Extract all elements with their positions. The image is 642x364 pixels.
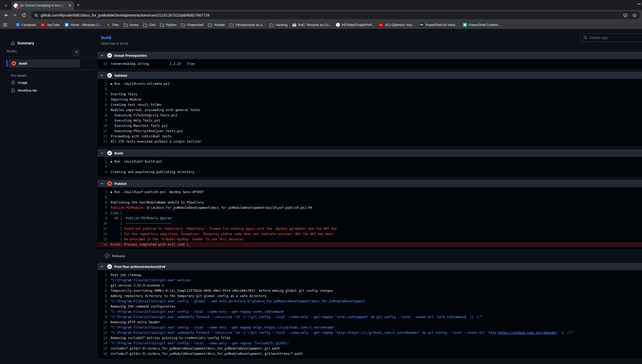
log-line-number[interactable]: 10: [98, 123, 107, 128]
sidebar-job-build[interactable]: build: [8, 59, 80, 67]
log-line-number[interactable]: 14: [98, 242, 107, 247]
reload-icon: [22, 13, 26, 17]
search-logs-box[interactable]: [580, 33, 642, 42]
bookmark-item[interactable]: RaC: Resume as Co...: [290, 22, 334, 28]
bookmark-item[interactable]: Cert: [141, 22, 158, 28]
bookmark-item[interactable]: HCRitter/GraphPreP...: [334, 22, 377, 28]
log-line-number[interactable]: 1: [98, 272, 107, 278]
log-line-number[interactable]: 10: [98, 320, 107, 325]
log-line-number[interactable]: 11: [98, 128, 107, 134]
log-line-number[interactable]: 9: [98, 118, 107, 123]
bookmark-item[interactable]: Ansible: [206, 22, 227, 28]
log-line: 1▶ Run .\build\psf-publish.ps1 -ApiKey $…: [98, 189, 642, 195]
bookmark-item[interactable]: Home - Windows Li...: [62, 22, 104, 28]
log-line-number[interactable]: 7: [98, 304, 107, 309]
log-line-number[interactable]: 7: [98, 205, 107, 210]
log-line: 6: [98, 195, 642, 200]
log-line-number[interactable]: 13: [98, 237, 107, 242]
log-line-number[interactable]: 2: [98, 278, 107, 283]
reload-button[interactable]: [20, 11, 28, 19]
log-line-text: includeif.gitdir:D:/a/docs_for_psModuleD…: [107, 346, 280, 351]
section-header-build[interactable]: Build: [98, 149, 642, 157]
bookmark-item[interactable]: PowerShell Confere...: [460, 22, 503, 28]
section-header-install-prerequisites[interactable]: Install Prerequisites: [98, 52, 642, 59]
log-line-number[interactable]: 4: [98, 169, 107, 175]
log-line: 8 Executing FileIntegrity.Tests.ps1: [98, 113, 642, 118]
url-text[interactable]: github.com/Mynster9361/docs_for_psModule…: [41, 13, 210, 17]
log-line: 10Removing HTTP extra header: [98, 320, 642, 325]
log-line-number[interactable]: 9: [98, 216, 107, 221]
log-line-number[interactable]: 10: [98, 221, 107, 226]
log-line-number[interactable]: 11: [98, 226, 107, 231]
search-icon: [583, 36, 587, 40]
bookmark-item[interactable]: YouTube: [38, 22, 62, 28]
bookmark-item[interactable]: Home: [121, 22, 141, 28]
log-line-number[interactable]: 15: [98, 346, 107, 351]
log-line-number[interactable]: 6: [98, 200, 107, 205]
log-line-number[interactable]: 5: [98, 293, 107, 299]
log-line-number[interactable]: 4: [98, 86, 107, 92]
log-line-number[interactable]: 1: [98, 159, 107, 164]
log-line-number[interactable]: 12: [98, 330, 107, 335]
sidebar-item-summary[interactable]: Summary: [0, 39, 98, 47]
log-line-number[interactable]: 16: [98, 351, 107, 356]
bookmark-item[interactable]: Python: [158, 22, 179, 28]
new-tab-button[interactable]: +: [77, 2, 80, 8]
bookmark-item[interactable]: Plex: [104, 22, 121, 28]
bookmark-label: Home - Windows Li...: [70, 23, 102, 27]
log-line-text: Error: Process completed with exit code …: [107, 242, 190, 247]
log-line: 8"C:\Program Files\Git\bin\git.exe" conf…: [98, 309, 642, 314]
log-line-number[interactable]: 9: [98, 314, 107, 320]
section-header-post-run-actions-checkout-v6[interactable]: Post Run actions/checkout@v6: [98, 263, 642, 270]
back-button[interactable]: [2, 11, 10, 19]
bookmark-item[interactable]: Infrastructure as a...: [227, 22, 267, 28]
log-line-number[interactable]: 1: [98, 81, 107, 86]
browser-tab[interactable]: ✕ fix: Correct formatting in examp ✕: [12, 1, 74, 10]
log-line-number[interactable]: 5: [98, 97, 107, 102]
page-title[interactable]: build: [101, 35, 642, 40]
chevron-down-icon: [4, 4, 8, 7]
log-line-number[interactable]: 1: [98, 189, 107, 195]
log-line-number[interactable]: 8: [98, 210, 107, 216]
actions-job-page: Summary All jobs build Run details Usage…: [0, 29, 642, 364]
log-line-number[interactable]: 14: [98, 341, 107, 346]
log-line-number[interactable]: 3: [98, 283, 107, 288]
log-line-number[interactable]: 12: [98, 134, 107, 139]
search-logs-input[interactable]: [589, 36, 631, 40]
section-header-validate[interactable]: Validate: [98, 72, 642, 79]
log-line-number[interactable]: 13: [98, 139, 107, 144]
url-bar[interactable]: github.com/Mynster9361/docs_for_psModule…: [31, 11, 640, 19]
log-line-number[interactable]: 4: [98, 164, 107, 169]
log-line-number[interactable]: 18: [98, 61, 107, 66]
site-settings-icon[interactable]: [34, 13, 38, 17]
bookmark-item[interactable]: Powershell: [179, 22, 206, 28]
log-line-number[interactable]: 4: [98, 288, 107, 293]
install-app-icon[interactable]: [623, 13, 628, 18]
bookmark-star-icon[interactable]: [632, 13, 637, 18]
log-line-number[interactable]: 7: [98, 107, 107, 113]
bookmark-item[interactable]: HAPowerShell for Hack...: [417, 22, 461, 28]
log-line-number[interactable]: 12: [98, 231, 107, 237]
window-minimize-button[interactable]: [638, 4, 641, 4]
apps-grid-icon[interactable]: [3, 23, 7, 27]
log-line-number[interactable]: 6: [98, 102, 107, 107]
log-line-number[interactable]: 11: [98, 325, 107, 330]
bookmark-item[interactable]: Hacking: [267, 22, 290, 28]
log-line-number[interactable]: 4: [98, 92, 107, 97]
log-line-number[interactable]: 8: [98, 113, 107, 118]
log-line-number[interactable]: 6: [98, 195, 107, 200]
sidebar-item-usage[interactable]: Usage: [0, 79, 98, 86]
forward-button[interactable]: [11, 11, 19, 19]
log-line-number[interactable]: 6: [98, 299, 107, 304]
section-header-publish[interactable]: Publish: [98, 180, 642, 187]
tab-close-icon[interactable]: ✕: [68, 3, 72, 8]
log-line: 11"C:\Program Files\Git\bin\git.exe" con…: [98, 325, 642, 330]
sidebar-item-workflow-file[interactable]: Workflow file: [0, 86, 98, 94]
log-line: 12Proceeding with individual tests: [98, 134, 642, 139]
log-line-number[interactable]: 13: [98, 335, 107, 341]
filter-jobs-button[interactable]: [73, 49, 80, 56]
bookmark-item[interactable]: (61) Optimize Your...: [376, 22, 417, 28]
bookmark-item[interactable]: fFacebook: [13, 22, 38, 28]
tab-search-button[interactable]: [2, 2, 11, 9]
log-line-number[interactable]: 8: [98, 309, 107, 314]
